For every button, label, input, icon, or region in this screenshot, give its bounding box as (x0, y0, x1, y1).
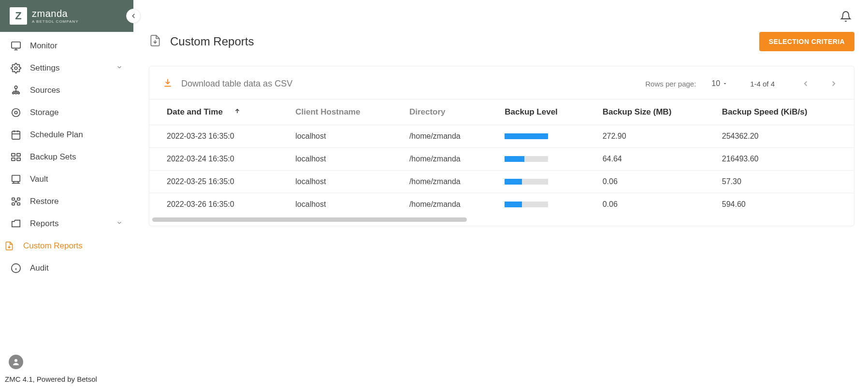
sidebar-item-label: Vault (30, 174, 48, 184)
col-host-label: Client Hostname (295, 107, 360, 116)
col-size-header[interactable]: Backup Size (MB) (593, 100, 712, 125)
col-dir-label: Directory (409, 107, 446, 116)
brand-subtitle: A BETSOL COMPANY (32, 20, 78, 24)
cell-level (495, 148, 593, 171)
sort-asc-icon (234, 107, 241, 116)
document-download-icon (4, 241, 14, 251)
chevron-left-icon (130, 13, 137, 19)
cell-dir: /home/zmanda (400, 171, 495, 193)
cell-size: 0.06 (593, 171, 712, 193)
col-level-header[interactable]: Backup Level (495, 100, 593, 125)
col-date-header[interactable]: Date and Time (149, 100, 286, 125)
svg-rect-12 (12, 131, 20, 140)
table-row[interactable]: 2022-03-23 16:35:0localhost/home/zmanda2… (149, 125, 854, 148)
download-csv-link[interactable]: Download table data as CSV (181, 79, 292, 89)
vault-icon (11, 174, 21, 185)
page-header: Custom Reports SELECTION CRITERIA (149, 32, 854, 51)
chevron-left-icon (801, 79, 810, 88)
avatar[interactable] (9, 355, 23, 369)
cell-dir: /home/zmanda (400, 193, 495, 216)
scrollbar-thumb[interactable] (152, 217, 467, 222)
svg-rect-16 (12, 154, 15, 157)
footer-version: ZMC 4.1, Powered by Betsol (0, 372, 133, 389)
col-dir-header[interactable]: Directory (400, 100, 495, 125)
table-row[interactable]: 2022-03-25 16:35:0localhost/home/zmanda0… (149, 171, 854, 193)
col-speed-header[interactable]: Backup Speed (KiB/s) (712, 100, 854, 125)
cell-host: localhost (286, 125, 400, 148)
col-level-label: Backup Level (505, 107, 558, 116)
calendar-icon (11, 130, 21, 140)
svg-rect-20 (12, 175, 20, 182)
svg-rect-19 (17, 158, 20, 161)
selection-criteria-button[interactable]: SELECTION CRITERIA (759, 32, 854, 51)
sidebar-item-schedule-plan[interactable]: Schedule Plan (0, 124, 133, 146)
prev-page-button[interactable] (799, 77, 812, 90)
cell-date: 2022-03-26 16:35:0 (149, 193, 286, 216)
card-toolbar: Download table data as CSV Rows per page… (149, 66, 854, 99)
svg-point-3 (14, 67, 17, 70)
info-icon (11, 263, 21, 274)
cell-level (495, 193, 593, 216)
cell-dir: /home/zmanda (400, 125, 495, 148)
brand-mark-icon: Z (10, 7, 27, 25)
rows-per-page-select[interactable]: 10 (711, 79, 728, 88)
chevron-down-icon (116, 63, 123, 73)
cell-dir: /home/zmanda (400, 148, 495, 171)
sidebar-item-label: Schedule Plan (30, 130, 83, 140)
sidebar-item-audit[interactable]: Audit (0, 257, 133, 279)
cell-host: localhost (286, 171, 400, 193)
rows-per-page-label: Rows per page: (645, 80, 696, 88)
sidebar-item-label: Restore (30, 197, 59, 206)
sidebar-item-monitor[interactable]: Monitor (0, 35, 133, 57)
sidebar-item-vault[interactable]: Vault (0, 168, 133, 190)
svg-rect-27 (17, 203, 20, 205)
user-area (0, 353, 133, 372)
download-icon (163, 78, 173, 90)
next-page-button[interactable] (827, 77, 840, 90)
svg-rect-0 (12, 42, 20, 48)
chevron-right-icon (829, 79, 838, 88)
table-row[interactable]: 2022-03-24 16:35:0localhost/home/zmanda6… (149, 148, 854, 171)
sidebar-item-label: Sources (30, 86, 60, 95)
sidebar-item-reports[interactable]: Reports (0, 213, 133, 235)
sidebar-nav: Monitor Settings Sources (0, 32, 133, 353)
sidebar-collapse-button[interactable] (126, 9, 141, 23)
notifications-button[interactable] (837, 8, 854, 27)
sidebar-item-storage[interactable]: Storage (0, 101, 133, 124)
svg-rect-25 (17, 198, 20, 201)
sidebar-item-label: Audit (30, 263, 49, 273)
gear-icon (11, 63, 21, 73)
svg-point-9 (18, 92, 20, 94)
restore-icon (11, 196, 21, 207)
cell-size: 0.06 (593, 193, 712, 216)
person-icon (12, 358, 20, 366)
monitor-icon (11, 41, 21, 51)
page-title: Custom Reports (170, 35, 254, 48)
svg-rect-17 (17, 154, 20, 157)
col-size-label: Backup Size (MB) (603, 107, 672, 116)
sidebar-item-custom-reports[interactable]: Custom Reports (0, 235, 133, 257)
svg-point-4 (14, 86, 17, 89)
sidebar-item-sources[interactable]: Sources (0, 79, 133, 101)
cell-size: 272.90 (593, 125, 712, 148)
horizontal-scrollbar[interactable] (149, 216, 854, 226)
cell-level (495, 171, 593, 193)
cell-speed: 216493.60 (712, 148, 854, 171)
table-row[interactable]: 2022-03-26 16:35:0localhost/home/zmanda0… (149, 193, 854, 216)
sidebar-item-backup-sets[interactable]: Backup Sets (0, 146, 133, 168)
sidebar-item-restore[interactable]: Restore (0, 190, 133, 213)
bell-icon (840, 11, 852, 22)
sidebar-item-settings[interactable]: Settings (0, 57, 133, 79)
brand-logo[interactable]: Z zmanda A BETSOL COMPANY (10, 7, 78, 25)
brand-bar: Z zmanda A BETSOL COMPANY (0, 0, 133, 32)
col-host-header[interactable]: Client Hostname (286, 100, 400, 125)
svg-point-11 (14, 111, 17, 114)
cell-speed: 57.30 (712, 171, 854, 193)
cell-level (495, 125, 593, 148)
sidebar-item-label: Storage (30, 108, 59, 117)
col-speed-label: Backup Speed (KiB/s) (722, 107, 808, 116)
caret-down-icon (722, 81, 728, 86)
document-download-icon (149, 34, 161, 49)
sidebar-item-label: Monitor (30, 41, 58, 51)
svg-point-32 (14, 359, 17, 362)
